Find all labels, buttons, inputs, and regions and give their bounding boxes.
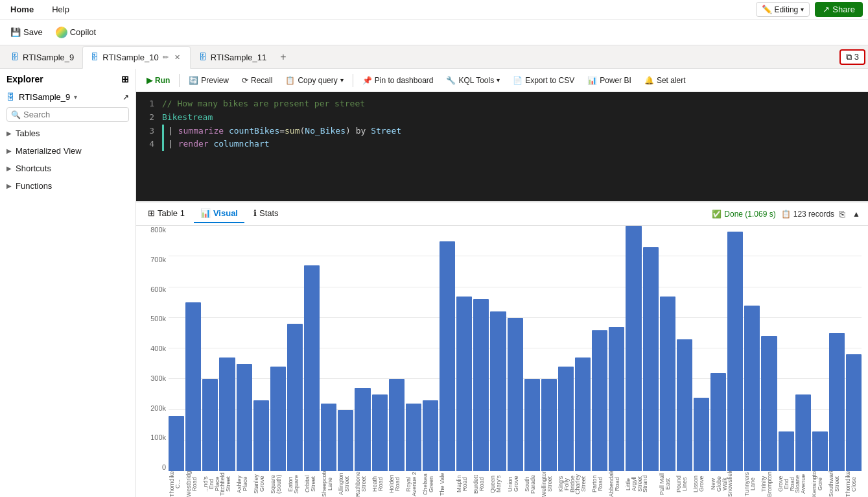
chevron-db-icon: ▾ xyxy=(74,93,77,101)
x-label: Royal Avenue 2 xyxy=(405,471,422,497)
x-label: New Globe Walk xyxy=(710,471,727,497)
editing-button[interactable]: ✏️ Editing ▾ xyxy=(756,2,810,17)
chevron-matview-icon: ▶ xyxy=(6,147,12,154)
chart-bar xyxy=(219,358,235,471)
x-label: Stanley Grove xyxy=(253,471,270,497)
tab-stats[interactable]: ℹ Stats xyxy=(247,204,285,223)
tab-counter-icon: ⧉ xyxy=(846,52,852,62)
code-content-2: Bikestream xyxy=(162,111,213,125)
x-label: Lisson Grove xyxy=(692,471,709,497)
x-label: Trinity Brompton xyxy=(760,471,777,497)
code-line-1: 1 // How many bikes are present per stre… xyxy=(136,97,868,111)
table-icon: ⊞ xyxy=(148,208,155,218)
sidebar-item-materialized-view[interactable]: ▶ Materialized View xyxy=(0,142,135,160)
x-label: Westbridge Road xyxy=(185,471,202,497)
export-csv-button[interactable]: 📄 Export to CSV xyxy=(508,73,580,88)
tab-table1-label: Table 1 xyxy=(158,208,185,218)
x-label: Sheepcote Lane xyxy=(321,471,338,497)
run-button[interactable]: ▶ Run xyxy=(141,73,175,88)
tab-stats-label: Stats xyxy=(259,208,279,218)
chevron-functions-icon: ▶ xyxy=(6,182,12,189)
x-label: Wellington Street xyxy=(541,471,557,497)
x-label: Pall Mall East xyxy=(659,471,675,497)
sidebar-functions-label: Functions xyxy=(16,181,52,191)
copilot-button[interactable]: Copilot xyxy=(51,24,101,41)
share-button[interactable]: ↗ Share xyxy=(815,2,863,17)
search-input[interactable] xyxy=(23,110,124,119)
pencil-icon: ✏️ xyxy=(762,5,772,14)
code-line-3: 3 | summarize countBikes=sum(No_Bikes) b… xyxy=(136,125,868,138)
sidebar-item-shortcuts[interactable]: ▶ Shortcuts xyxy=(0,160,135,177)
y-label: 500k xyxy=(150,315,166,322)
set-alert-button[interactable]: 🔔 Set alert xyxy=(639,73,691,88)
tab-table1[interactable]: ⊞ Table 1 xyxy=(141,204,191,223)
sidebar-item-tables[interactable]: ▶ Tables xyxy=(0,125,135,142)
sidebar-header: Explorer ⊞ xyxy=(0,69,135,90)
sidebar-item-functions[interactable]: ▶ Functions xyxy=(0,177,135,195)
x-label: Thorndike Close xyxy=(845,471,862,497)
run-label: Run xyxy=(155,76,170,85)
chart-bar xyxy=(185,302,201,471)
chart-bar xyxy=(761,336,777,471)
tab-rtisample9[interactable]: 🗄 RTISample_9 xyxy=(3,45,82,68)
collapse-button[interactable]: ▲ xyxy=(850,208,863,220)
chart-bar xyxy=(609,327,624,471)
power-bi-button[interactable]: 📊 Power BI xyxy=(582,73,637,88)
line-number-3: 3 xyxy=(141,125,154,138)
chart-bar xyxy=(592,330,607,471)
status-records: 📋 123 records xyxy=(781,210,834,219)
x-label: Union Grove xyxy=(507,471,524,497)
chart-bar xyxy=(558,367,574,471)
chevron-down-icon: ▾ xyxy=(801,6,804,13)
chart-bar xyxy=(643,247,659,471)
status-done: ✅ Done (1.069 s) xyxy=(712,210,775,219)
add-tab-button[interactable]: + xyxy=(275,49,291,66)
tab-edit-icon: ✏ xyxy=(163,53,169,62)
tab-counter[interactable]: ⧉ 3 xyxy=(839,49,865,65)
recall-button[interactable]: ⟳ Recall xyxy=(237,73,277,88)
chart-bar xyxy=(237,364,252,471)
sidebar-db-selector[interactable]: 🗄 RTISample_9 ▾ ↗ xyxy=(0,90,135,104)
nav-home[interactable]: Home xyxy=(5,2,39,17)
status-text: Done (1.069 s) xyxy=(724,210,775,219)
copy-results-icon[interactable]: ⎘ xyxy=(839,209,845,219)
chart-bar xyxy=(508,318,523,471)
x-label: King's Folly Bridge xyxy=(557,471,574,497)
tab-db-icon-active: 🗄 xyxy=(91,53,99,62)
tab-label-1: RTISample_10 xyxy=(102,53,158,62)
export-label: Export to CSV xyxy=(525,76,574,85)
tab-rtisample10[interactable]: 🗄 RTISample_10 ✏ ✕ xyxy=(82,46,190,69)
tab-rtisample11[interactable]: 🗄 RTISample_11 xyxy=(191,45,275,68)
preview-button[interactable]: 🔄 Preview xyxy=(183,73,234,88)
copy-icon: 📋 xyxy=(285,76,295,85)
preview-icon: 🔄 xyxy=(189,76,198,85)
code-editor[interactable]: 1 // How many bikes are present per stre… xyxy=(136,92,868,202)
copy-query-button[interactable]: 📋 Copy query ▾ xyxy=(280,73,348,88)
chart-bar xyxy=(846,354,862,471)
y-label: 700k xyxy=(150,256,166,263)
tab-close-button[interactable]: ✕ xyxy=(172,53,182,62)
chart-bar xyxy=(490,311,506,471)
y-label: 600k xyxy=(150,285,166,293)
sidebar-matview-label: Materialized View xyxy=(16,146,82,156)
chart-bar xyxy=(287,324,303,471)
search-box[interactable]: 🔍 xyxy=(6,107,129,122)
pin-dashboard-button[interactable]: 📌 Pin to dashboard xyxy=(357,73,439,88)
tab-visual[interactable]: 📊 Visual xyxy=(194,204,244,223)
nav-help[interactable]: Help xyxy=(47,2,75,17)
check-icon: ✅ xyxy=(712,210,721,219)
pin-icon: 📌 xyxy=(362,76,372,85)
share-icon: ↗ xyxy=(823,5,830,14)
top-nav: Home Help ✏️ Editing ▾ ↗ Share xyxy=(0,0,868,19)
y-label: 400k xyxy=(150,345,166,352)
sidebar-collapse-icon[interactable]: ⊞ xyxy=(121,74,129,84)
save-button[interactable]: 💾 Save xyxy=(5,25,48,40)
external-link-icon[interactable]: ↗ xyxy=(123,93,129,102)
x-label: Kensington Gore xyxy=(811,471,828,497)
x-label: Allington Street xyxy=(338,471,355,497)
sidebar-shortcuts-label: Shortcuts xyxy=(16,164,51,173)
kql-tools-button[interactable]: 🔧 KQL Tools ▾ xyxy=(441,73,505,88)
save-label: Save xyxy=(23,27,43,37)
x-label: Burdett Road xyxy=(473,471,489,497)
chart-bar xyxy=(710,373,726,471)
